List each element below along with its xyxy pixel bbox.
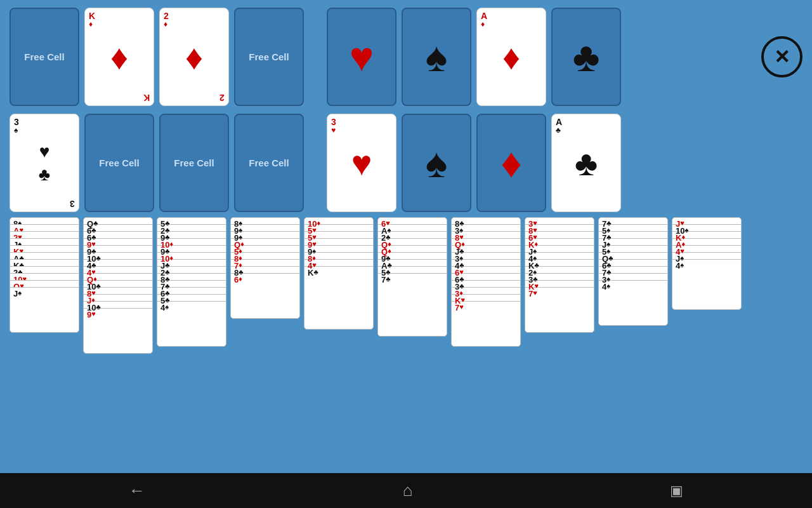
col4-card-9[interactable]: 6♦ (230, 273, 300, 319)
foundation-4-suit: ♣ (573, 33, 600, 81)
back-button[interactable]: ← (110, 476, 164, 505)
foundation-r2-2[interactable]: ♠ (402, 114, 471, 212)
free-cell-4-label: Free Cell (249, 51, 289, 62)
fc3-center: ♦ (160, 8, 228, 105)
column-3: 5♣ 2♣ 9♣ 10♦ 9♣ 10♦ J♣ 2♣ 8♣ 7♣ 6♣ 5♣ 4♠ (157, 217, 226, 347)
close-icon: ✕ (774, 46, 790, 68)
foundation-2[interactable]: ♠ (402, 8, 471, 106)
col10-card-7[interactable]: 4♠ (672, 259, 742, 310)
tableau: 8♠ A♥ 2♥ J♠ K♥ A♣ K♣ 2♣ 10♥ Q♥ J♠ Q♣ 6♣ … (0, 212, 812, 354)
fc2-rank-bot: K (143, 93, 150, 103)
column-2: Q♣ 6♣ 6♣ 9♥ 9♣ 10♣ 4♣ 4♥ Q♦ 10♣ 8♥ J♦ 10… (83, 217, 153, 354)
free-cell-2[interactable]: K ♦ ♦ K (84, 8, 154, 106)
column-10: J♥ 10♠ K♦ A♦ 4♥ J♠ 4♠ (672, 217, 742, 310)
free-cell-r2-4[interactable]: Free Cell (234, 114, 304, 212)
f3-center: ♦ (477, 8, 546, 105)
r21-suit-top: ♠ (14, 126, 18, 135)
column-6: 6♥ A♠ 2♣ Q♦ Q♦ 9♣ A♣ 5♣ 7♣ (377, 217, 447, 337)
free-cell-r2-2[interactable]: Free Cell (84, 114, 154, 212)
fr23-suit: ♦ (501, 139, 521, 187)
foundation-r2-3[interactable]: ♦ (476, 114, 546, 212)
close-button[interactable]: ✕ (761, 36, 802, 77)
col7-card-13[interactable]: 7♥ (451, 301, 521, 347)
foundation-2-suit: ♠ (426, 33, 448, 81)
foundation-3[interactable]: A ♦ ♦ (476, 8, 546, 106)
back-icon: ← (129, 481, 145, 500)
col8-card-11[interactable]: 7♥ (525, 287, 594, 333)
free-cell-4[interactable]: Free Cell (234, 8, 304, 106)
free-cell-r2-1[interactable]: 3 ♠ ♥ ♣ 3 (10, 114, 79, 212)
foundation-r2-1[interactable]: 3 ♥ ♥ (327, 114, 396, 212)
column-4: 8♠ 9♠ 9♠ Q♦ 5♦ 8♦ 7♦ 8♣ 6♦ (230, 217, 300, 319)
col3-card-13[interactable]: 4♠ (157, 301, 226, 347)
free-cell-1-label: Free Cell (24, 51, 64, 62)
col9-card-10[interactable]: 4♠ (598, 280, 668, 326)
free-cell-1[interactable]: Free Cell (10, 8, 79, 106)
second-row: 3 ♠ ♥ ♣ 3 Free Cell Free Cell Free Cell … (0, 110, 812, 212)
home-icon: ⌂ (403, 481, 413, 500)
free-cell-3[interactable]: 2 ♦ ♦ 2 (159, 8, 229, 106)
fr24-suit: ♣ (556, 126, 561, 135)
fc2-center: ♦ (85, 8, 154, 105)
foundation-1-suit: ♥ (350, 33, 374, 81)
r21-rank-bot: 3 (70, 199, 75, 209)
fc2-suit-top: ♦ (89, 20, 93, 29)
column-8: 3♥ 8♥ 6♥ K♦ J♠ 4♠ K♣ 2♠ 3♣ K♥ 7♥ (525, 217, 594, 333)
r23-label: Free Cell (174, 157, 214, 168)
top-row: Free Cell K ♦ ♦ K 2 ♦ ♦ 2 Free Cell ♥ ♠ (0, 0, 812, 110)
r24-label: Free Cell (249, 157, 289, 168)
fr24-center: ♣ (552, 114, 620, 211)
foundation-4[interactable]: ♣ (551, 8, 621, 106)
col6-card-9[interactable]: 7♣ (377, 273, 447, 337)
column-7: 8♣ 3♠ 8♥ Q♦ J♣ 3♠ 4♣ 6♥ 6♣ 3♣ 3♦ K♥ 7♥ (451, 217, 521, 347)
col1-card-11[interactable]: J♠ (10, 287, 79, 333)
recents-icon: ▣ (670, 483, 683, 498)
r21-center: ♥ ♣ (10, 114, 79, 211)
col5-card-8[interactable]: K♣ (304, 266, 374, 330)
foundation-r2-4[interactable]: A ♣ ♣ (551, 114, 621, 212)
free-cell-r2-3[interactable]: Free Cell (159, 114, 229, 212)
fr21-center: ♥ (327, 114, 396, 211)
column-1: 8♠ A♥ 2♥ J♠ K♥ A♣ K♣ 2♣ 10♥ Q♥ J♠ (10, 217, 79, 333)
game-board: Free Cell K ♦ ♦ K 2 ♦ ♦ 2 Free Cell ♥ ♠ (0, 0, 812, 508)
fc3-suit-top: ♦ (164, 20, 167, 29)
r22-label: Free Cell (99, 157, 139, 168)
home-button[interactable]: ⌂ (384, 476, 432, 505)
col2-card-14[interactable]: 9♥ (83, 308, 153, 354)
foundation-1[interactable]: ♥ (327, 8, 396, 106)
fr21-suit: ♥ (331, 126, 336, 135)
column-5: 10♦ 5♥ 5♥ 9♥ 9♠ 8♦ 4♥ K♣ (304, 217, 374, 330)
fr22-suit: ♠ (426, 139, 448, 187)
fc3-rank-bot: 2 (219, 93, 225, 103)
bottom-nav: ← ⌂ ▣ (0, 473, 812, 508)
column-9: 7♣ 5♠ 7♣ J♠ 5♠ Q♣ 6♣ 7♣ 3♠ 4♠ (598, 217, 668, 326)
recents-button[interactable]: ▣ (651, 478, 702, 504)
f3-suit-top: ♦ (481, 20, 485, 29)
